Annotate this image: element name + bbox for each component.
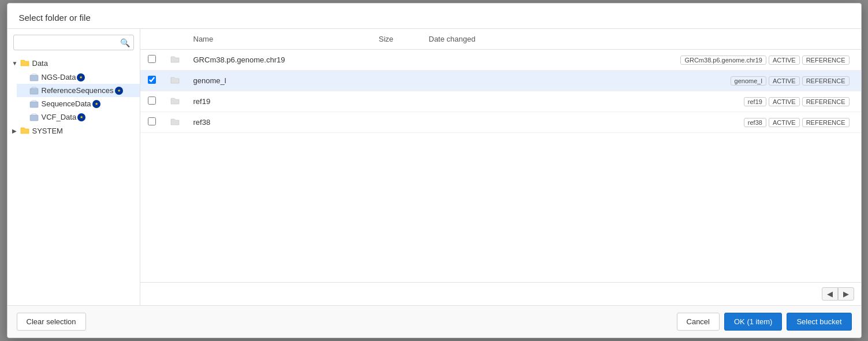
- svg-rect-0: [30, 75, 38, 81]
- svg-rect-3: [30, 115, 38, 121]
- row-checkbox-cell[interactable]: [140, 50, 163, 71]
- clear-selection-button[interactable]: Clear selection: [17, 313, 86, 331]
- row-size: [372, 71, 422, 91]
- sidebar: 🔍 ▼ Data: [8, 29, 140, 305]
- bucket-icon-seqdata: [29, 100, 39, 108]
- cancel-button[interactable]: Cancel: [677, 313, 720, 331]
- sidebar-item-vcfdata-label: VCF_Data: [42, 113, 77, 121]
- row-size: [372, 50, 422, 71]
- table-row[interactable]: ref19ref19ACTIVEREFERENCE: [140, 91, 861, 112]
- row-tags: ref38ACTIVEREFERENCE: [528, 112, 860, 133]
- bucket-icon-vcfdata: [29, 113, 39, 121]
- expand-icon-system: ▶: [12, 128, 20, 134]
- bucket-icon-refseq: [29, 87, 39, 95]
- sidebar-item-refseq-label: ReferenceSequences: [42, 86, 114, 95]
- row-checkbox[interactable]: [148, 97, 156, 105]
- table-row[interactable]: genome_lgenome_lACTIVEREFERENCE: [140, 71, 861, 91]
- footer-right: Cancel OK (1 item) Select bucket: [677, 313, 852, 331]
- row-checkbox-cell[interactable]: [140, 112, 163, 133]
- row-tag: GRCm38.p6.genome.chr19: [680, 55, 766, 65]
- eu-badge-seqdata: ★: [92, 100, 100, 108]
- bucket-icon-ngs: [29, 73, 39, 81]
- row-tag: REFERENCE: [802, 55, 850, 65]
- row-name: ref38: [187, 112, 372, 133]
- row-name: GRCm38.p6.genome.chr19: [187, 50, 372, 71]
- row-tag: REFERENCE: [802, 76, 850, 86]
- footer-left: Clear selection: [17, 313, 86, 331]
- header-icon: [163, 29, 187, 50]
- row-tag: ref19: [744, 97, 766, 106]
- table-header-row: Name Size Date changed: [140, 29, 861, 50]
- row-checkbox-cell[interactable]: [140, 91, 163, 112]
- eu-badge-ngs: ★: [77, 73, 85, 81]
- sidebar-item-ngs-label: NGS-Data: [42, 73, 76, 81]
- next-page-button[interactable]: ▶: [838, 287, 854, 301]
- tree-children-data: NGS-Data ★ ReferenceSequences ★: [8, 71, 140, 124]
- row-tags: GRCm38.p6.genome.chr19ACTIVEREFERENCE: [528, 50, 860, 71]
- row-size: [372, 91, 422, 112]
- table-row[interactable]: ref38ref38ACTIVEREFERENCE: [140, 112, 861, 133]
- main-content: Name Size Date changed GRCm38.p6.genome.…: [140, 29, 861, 305]
- file-browser-dialog: Select folder or file 🔍 ▼ Data: [7, 3, 862, 338]
- row-tag: ACTIVE: [769, 97, 800, 106]
- row-name: genome_l: [187, 71, 372, 91]
- row-tag: REFERENCE: [802, 118, 850, 127]
- row-date: [422, 50, 528, 71]
- svg-rect-2: [30, 102, 38, 108]
- sidebar-item-ngs-data[interactable]: NGS-Data ★: [17, 71, 140, 84]
- file-table: Name Size Date changed GRCm38.p6.genome.…: [140, 29, 861, 282]
- row-tags: ref19ACTIVEREFERENCE: [528, 91, 860, 112]
- svg-rect-1: [30, 88, 38, 94]
- row-tag: ACTIVE: [769, 55, 800, 65]
- select-bucket-button[interactable]: Select bucket: [787, 313, 851, 331]
- row-tag: ACTIVE: [769, 118, 800, 127]
- search-wrapper[interactable]: 🔍: [13, 35, 134, 50]
- header-tags: [528, 29, 860, 50]
- dialog-footer: Clear selection Cancel OK (1 item) Selec…: [8, 305, 861, 338]
- row-date: [422, 71, 528, 91]
- dialog-body: 🔍 ▼ Data: [8, 29, 861, 305]
- row-folder-icon: [163, 91, 187, 112]
- dialog-header: Select folder or file: [8, 3, 861, 29]
- sidebar-item-system[interactable]: ▶ SYSTEM: [8, 124, 140, 138]
- sidebar-item-refseq[interactable]: ReferenceSequences ★: [17, 84, 140, 97]
- row-name: ref19: [187, 91, 372, 112]
- dialog-title: Select folder or file: [19, 13, 91, 23]
- ok-button[interactable]: OK (1 item): [724, 313, 782, 331]
- search-input[interactable]: [14, 35, 133, 50]
- row-tags: genome_lACTIVEREFERENCE: [528, 71, 860, 91]
- row-tag: genome_l: [731, 76, 766, 86]
- row-date: [422, 112, 528, 133]
- eu-badge-vcfdata: ★: [77, 113, 85, 121]
- row-tag: ACTIVE: [769, 76, 800, 86]
- row-folder-icon: [163, 112, 187, 133]
- folder-icon: [20, 58, 29, 68]
- row-checkbox[interactable]: [148, 76, 156, 84]
- row-checkbox-cell[interactable]: [140, 71, 163, 91]
- files-table: Name Size Date changed GRCm38.p6.genome.…: [140, 29, 861, 133]
- header-checkbox: [140, 29, 163, 50]
- eu-badge-refseq: ★: [115, 87, 123, 95]
- row-folder-icon: [163, 50, 187, 71]
- row-checkbox[interactable]: [148, 55, 156, 63]
- folder-icon-system: [20, 126, 29, 136]
- sidebar-item-data-label: Data: [32, 59, 48, 68]
- sidebar-item-vcfdata[interactable]: VCF_Data ★: [17, 110, 140, 124]
- row-tag: ref38: [744, 118, 766, 127]
- sidebar-item-data[interactable]: ▼ Data: [8, 56, 140, 71]
- prev-page-button[interactable]: ◀: [822, 287, 838, 301]
- row-date: [422, 91, 528, 112]
- row-checkbox[interactable]: [148, 117, 156, 125]
- sidebar-item-seqdata[interactable]: SequenceData ★: [17, 97, 140, 110]
- row-folder-icon: [163, 71, 187, 91]
- header-date: Date changed: [422, 29, 528, 50]
- table-row[interactable]: GRCm38.p6.genome.chr19GRCm38.p6.genome.c…: [140, 50, 861, 71]
- header-name: Name: [187, 29, 372, 50]
- sidebar-item-system-label: SYSTEM: [32, 127, 63, 135]
- expand-icon: ▼: [12, 60, 20, 66]
- sidebar-item-seqdata-label: SequenceData: [42, 99, 91, 108]
- row-tag: REFERENCE: [802, 97, 850, 106]
- row-size: [372, 112, 422, 133]
- pagination: ◀ ▶: [140, 282, 861, 305]
- search-box: 🔍: [8, 35, 140, 56]
